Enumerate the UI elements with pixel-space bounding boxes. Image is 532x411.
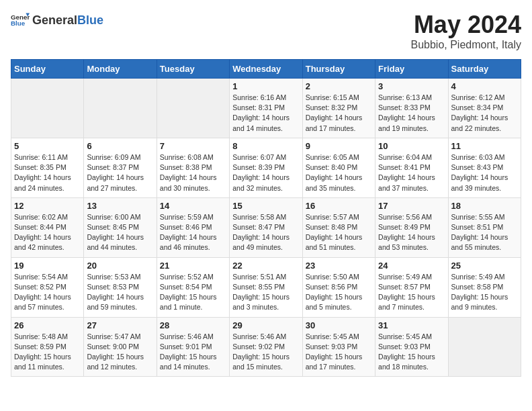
calendar-cell: 10Sunrise: 6:04 AMSunset: 8:41 PMDayligh… <box>375 138 448 197</box>
day-info: Sunrise: 6:15 AMSunset: 8:32 PMDaylight:… <box>306 93 372 134</box>
calendar-cell: 3Sunrise: 6:13 AMSunset: 8:33 PMDaylight… <box>375 79 448 138</box>
calendar-cell: 4Sunrise: 6:12 AMSunset: 8:34 PMDaylight… <box>448 79 521 138</box>
day-info: Sunrise: 6:05 AMSunset: 8:40 PMDaylight:… <box>306 152 372 193</box>
header-saturday: Saturday <box>448 60 521 79</box>
calendar-week-row: 1Sunrise: 6:16 AMSunset: 8:31 PMDaylight… <box>11 79 521 138</box>
day-number: 5 <box>14 141 81 151</box>
calendar-cell: 22Sunrise: 5:51 AMSunset: 8:55 PMDayligh… <box>230 257 302 317</box>
day-number: 26 <box>14 320 81 330</box>
day-number: 13 <box>87 201 153 211</box>
calendar-cell: 17Sunrise: 5:56 AMSunset: 8:49 PMDayligh… <box>375 197 448 257</box>
day-number: 7 <box>160 141 226 151</box>
calendar-cell: 16Sunrise: 5:57 AMSunset: 8:48 PMDayligh… <box>302 197 375 257</box>
svg-text:Blue: Blue <box>11 19 26 27</box>
header-friday: Friday <box>375 60 448 79</box>
day-number: 4 <box>451 81 518 91</box>
calendar-cell: 24Sunrise: 5:49 AMSunset: 8:57 PMDayligh… <box>375 257 448 317</box>
day-info: Sunrise: 5:48 AMSunset: 8:59 PMDaylight:… <box>14 332 81 373</box>
calendar-cell: 27Sunrise: 5:47 AMSunset: 9:00 PMDayligh… <box>84 317 157 377</box>
day-info: Sunrise: 6:02 AMSunset: 8:44 PMDaylight:… <box>14 212 81 253</box>
calendar-week-row: 12Sunrise: 6:02 AMSunset: 8:44 PMDayligh… <box>11 197 521 257</box>
calendar-cell: 14Sunrise: 5:59 AMSunset: 8:46 PMDayligh… <box>157 197 229 257</box>
day-number: 29 <box>232 320 299 330</box>
page-header: General Blue General Blue May 2024 Bubbi… <box>11 11 521 51</box>
day-number: 25 <box>451 261 518 271</box>
day-info: Sunrise: 5:50 AMSunset: 8:56 PMDaylight:… <box>306 272 372 313</box>
calendar-cell <box>11 79 84 138</box>
day-info: Sunrise: 5:54 AMSunset: 8:52 PMDaylight:… <box>14 272 81 313</box>
day-info: Sunrise: 5:53 AMSunset: 8:53 PMDaylight:… <box>87 272 153 313</box>
day-info: Sunrise: 5:57 AMSunset: 8:48 PMDaylight:… <box>306 212 372 253</box>
calendar-cell <box>448 317 521 377</box>
calendar-cell <box>157 79 229 138</box>
day-info: Sunrise: 5:46 AMSunset: 9:01 PMDaylight:… <box>160 332 226 373</box>
day-info: Sunrise: 6:08 AMSunset: 8:38 PMDaylight:… <box>160 152 226 193</box>
day-number: 9 <box>306 141 372 151</box>
day-number: 18 <box>451 201 518 211</box>
day-number: 8 <box>232 141 299 151</box>
calendar-cell: 9Sunrise: 6:05 AMSunset: 8:40 PMDaylight… <box>302 138 375 197</box>
day-info: Sunrise: 5:55 AMSunset: 8:51 PMDaylight:… <box>451 212 518 253</box>
calendar-week-row: 26Sunrise: 5:48 AMSunset: 8:59 PMDayligh… <box>11 317 521 377</box>
day-info: Sunrise: 6:11 AMSunset: 8:35 PMDaylight:… <box>14 152 81 193</box>
calendar-cell: 6Sunrise: 6:09 AMSunset: 8:37 PMDaylight… <box>84 138 157 197</box>
day-number: 12 <box>14 201 81 211</box>
day-info: Sunrise: 5:49 AMSunset: 8:58 PMDaylight:… <box>451 272 518 313</box>
header-tuesday: Tuesday <box>157 60 229 79</box>
day-info: Sunrise: 6:04 AMSunset: 8:41 PMDaylight:… <box>378 152 445 193</box>
calendar-cell: 26Sunrise: 5:48 AMSunset: 8:59 PMDayligh… <box>11 317 84 377</box>
calendar-cell: 7Sunrise: 6:08 AMSunset: 8:38 PMDaylight… <box>157 138 229 197</box>
calendar-cell: 18Sunrise: 5:55 AMSunset: 8:51 PMDayligh… <box>448 197 521 257</box>
day-number: 11 <box>451 141 518 151</box>
day-info: Sunrise: 5:52 AMSunset: 8:54 PMDaylight:… <box>160 272 226 313</box>
calendar-cell: 29Sunrise: 5:46 AMSunset: 9:02 PMDayligh… <box>230 317 302 377</box>
day-info: Sunrise: 5:59 AMSunset: 8:46 PMDaylight:… <box>160 212 226 253</box>
calendar-cell: 2Sunrise: 6:15 AMSunset: 8:32 PMDaylight… <box>302 79 375 138</box>
calendar-cell: 31Sunrise: 5:45 AMSunset: 9:03 PMDayligh… <box>375 317 448 377</box>
calendar-subtitle: Bubbio, Piedmont, Italy <box>410 39 521 51</box>
day-number: 23 <box>306 261 372 271</box>
day-info: Sunrise: 6:16 AMSunset: 8:31 PMDaylight:… <box>232 93 299 134</box>
day-number: 28 <box>160 320 226 330</box>
day-info: Sunrise: 6:07 AMSunset: 8:39 PMDaylight:… <box>232 152 299 193</box>
day-info: Sunrise: 6:00 AMSunset: 8:45 PMDaylight:… <box>87 212 153 253</box>
day-info: Sunrise: 6:09 AMSunset: 8:37 PMDaylight:… <box>87 152 153 193</box>
day-info: Sunrise: 5:47 AMSunset: 9:00 PMDaylight:… <box>87 332 153 373</box>
calendar-cell: 19Sunrise: 5:54 AMSunset: 8:52 PMDayligh… <box>11 257 84 317</box>
calendar-week-row: 5Sunrise: 6:11 AMSunset: 8:35 PMDaylight… <box>11 138 521 197</box>
day-info: Sunrise: 5:49 AMSunset: 8:57 PMDaylight:… <box>378 272 445 313</box>
calendar-cell: 13Sunrise: 6:00 AMSunset: 8:45 PMDayligh… <box>84 197 157 257</box>
calendar-cell: 11Sunrise: 6:03 AMSunset: 8:43 PMDayligh… <box>448 138 521 197</box>
calendar-cell: 15Sunrise: 5:58 AMSunset: 8:47 PMDayligh… <box>230 197 302 257</box>
day-number: 3 <box>378 81 445 91</box>
logo-blue-text: Blue <box>77 13 103 28</box>
calendar-cell: 5Sunrise: 6:11 AMSunset: 8:35 PMDaylight… <box>11 138 84 197</box>
header-wednesday: Wednesday <box>230 60 302 79</box>
logo-icon: General Blue <box>11 11 30 30</box>
day-number: 27 <box>87 320 153 330</box>
day-number: 19 <box>14 261 81 271</box>
day-number: 22 <box>232 261 299 271</box>
header-thursday: Thursday <box>302 60 375 79</box>
calendar-cell: 21Sunrise: 5:52 AMSunset: 8:54 PMDayligh… <box>157 257 229 317</box>
day-info: Sunrise: 5:58 AMSunset: 8:47 PMDaylight:… <box>232 212 299 253</box>
logo: General Blue General Blue <box>11 11 103 30</box>
day-number: 24 <box>378 261 445 271</box>
day-number: 17 <box>378 201 445 211</box>
day-info: Sunrise: 5:45 AMSunset: 9:03 PMDaylight:… <box>306 332 372 373</box>
calendar-cell: 23Sunrise: 5:50 AMSunset: 8:56 PMDayligh… <box>302 257 375 317</box>
day-number: 30 <box>306 320 372 330</box>
day-number: 6 <box>87 141 153 151</box>
calendar-cell: 20Sunrise: 5:53 AMSunset: 8:53 PMDayligh… <box>84 257 157 317</box>
header-monday: Monday <box>84 60 157 79</box>
logo-general-text: General <box>32 13 77 28</box>
calendar-cell: 12Sunrise: 6:02 AMSunset: 8:44 PMDayligh… <box>11 197 84 257</box>
calendar-cell <box>84 79 157 138</box>
day-info: Sunrise: 5:51 AMSunset: 8:55 PMDaylight:… <box>232 272 299 313</box>
calendar-cell: 28Sunrise: 5:46 AMSunset: 9:01 PMDayligh… <box>157 317 229 377</box>
day-number: 2 <box>306 81 372 91</box>
day-number: 15 <box>232 201 299 211</box>
day-number: 21 <box>160 261 226 271</box>
day-info: Sunrise: 5:56 AMSunset: 8:49 PMDaylight:… <box>378 212 445 253</box>
day-number: 1 <box>232 81 299 91</box>
